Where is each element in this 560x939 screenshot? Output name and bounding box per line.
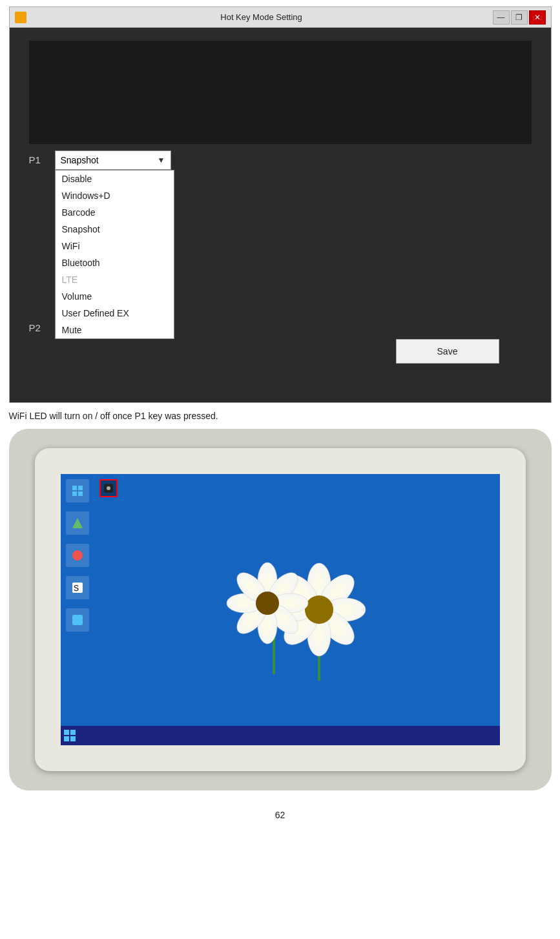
dropdown-item-barcode[interactable]: Barcode — [56, 204, 174, 221]
svg-rect-1 — [78, 486, 83, 490]
svg-rect-2 — [72, 491, 77, 496]
svg-rect-32 — [64, 736, 69, 741]
tablet-photo: S — [9, 429, 552, 790]
dropdown-arrow-icon: ▼ — [158, 156, 165, 165]
svg-rect-31 — [70, 730, 76, 735]
tablet-frame: S — [35, 448, 526, 771]
svg-marker-4 — [72, 518, 83, 528]
desktop-icon-5 — [66, 608, 89, 632]
window-icon — [15, 12, 26, 23]
desktop-icon-1 — [66, 479, 89, 502]
svg-rect-3 — [78, 491, 83, 496]
p1-label: P1 — [29, 150, 55, 165]
dropdown-item-bluetooth[interactable]: Bluetooth — [56, 254, 174, 271]
desktop-icon-2 — [66, 511, 89, 535]
minimize-button[interactable]: — — [493, 10, 510, 25]
wifi-caption: WiFi LED will turn on / off once P1 key … — [9, 411, 552, 421]
save-button[interactable]: Save — [396, 339, 499, 364]
p1-dropdown-wrapper: Snapshot ▼ Disable Windows+D Barcode Sna… — [55, 150, 171, 170]
svg-point-29 — [256, 592, 279, 615]
svg-rect-0 — [72, 486, 77, 490]
p2-label: P2 — [29, 318, 55, 333]
page-number: 62 — [0, 810, 560, 820]
svg-point-5 — [72, 550, 83, 561]
svg-point-20 — [305, 595, 333, 624]
tablet-screen: S — [61, 474, 500, 745]
p1-dropdown[interactable]: Snapshot ▼ — [55, 150, 171, 170]
desktop-icon-4: S — [66, 576, 89, 599]
dropdown-item-windowsd[interactable]: Windows+D — [56, 187, 174, 204]
dropdown-item-mute[interactable]: Mute — [56, 322, 174, 338]
svg-rect-30 — [64, 730, 69, 735]
wifi-highlight-box — [99, 479, 118, 497]
svg-point-9 — [107, 486, 110, 490]
dropdown-item-lte[interactable]: LTE — [56, 271, 174, 288]
wifi-led-indicator — [104, 484, 113, 493]
svg-rect-8 — [72, 615, 83, 625]
p1-dropdown-menu: Disable Windows+D Barcode Snapshot WiFi … — [55, 170, 174, 339]
p1-row: P1 Snapshot ▼ Disable Windows+D Barcode … — [29, 150, 532, 170]
dropdown-item-userdefined[interactable]: User Defined EX — [56, 305, 174, 322]
dropdown-item-volume[interactable]: Volume — [56, 288, 174, 305]
svg-text:S: S — [74, 584, 79, 593]
desktop-icon-3 — [66, 544, 89, 567]
svg-rect-33 — [70, 736, 76, 741]
title-bar: Hot Key Mode Setting — ❐ ✕ — [10, 7, 551, 28]
desktop-icons: S — [66, 479, 89, 632]
window-title: Hot Key Mode Setting — [30, 12, 493, 22]
taskbar — [61, 726, 500, 745]
window-body: P1 Snapshot ▼ Disable Windows+D Barcode … — [10, 28, 551, 402]
hotkey-mode-window: Hot Key Mode Setting — ❐ ✕ P1 Snapshot ▼… — [9, 6, 552, 403]
flower-image — [190, 500, 448, 726]
restore-button[interactable]: ❐ — [511, 10, 528, 25]
dropdown-item-snapshot[interactable]: Snapshot — [56, 221, 174, 238]
close-button[interactable]: ✕ — [529, 10, 546, 25]
window-controls: — ❐ ✕ — [493, 10, 546, 25]
top-dark-area — [29, 41, 532, 144]
dropdown-item-disable[interactable]: Disable — [56, 170, 174, 187]
dropdown-item-wifi[interactable]: WiFi — [56, 238, 174, 254]
p1-selected-value: Snapshot — [61, 155, 99, 165]
